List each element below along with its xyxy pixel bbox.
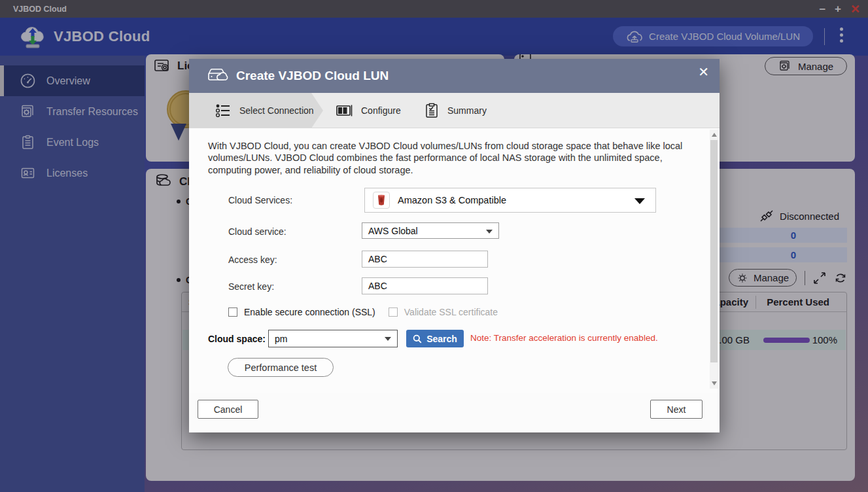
search-button[interactable]: Search [406,330,464,347]
step-label: Configure [361,105,401,116]
step-select-connection[interactable]: Select Connection [189,93,323,128]
columns-icon [336,104,353,117]
cloud-space-label: Cloud space: [208,334,266,344]
step-configure[interactable]: Configure [336,93,401,128]
app-window: VJBOD Cloud – + ✕ VJBOD Cloud [0,0,868,492]
amazon-s3-icon [373,192,390,209]
cloud-service-value: AWS Global [368,226,418,236]
scrollbar-thumb[interactable] [710,140,718,362]
list-icon [215,103,231,118]
secret-key-field[interactable] [362,277,488,294]
dialog-body: With VJBOD Cloud, you can create VJBOD C… [189,128,720,393]
step-summary[interactable]: Summary [425,93,487,128]
next-button[interactable]: Next [650,400,703,419]
scroll-down-icon[interactable] [712,381,717,385]
access-key-field[interactable] [362,251,488,268]
dialog-description: With VJBOD Cloud, you can create VJBOD C… [208,140,703,176]
chevron-down-icon [385,337,391,341]
wizard-steps: Select Connection Configure Summ [189,93,720,128]
transfer-acceleration-note: Note: Transfer acceleration is currently… [470,333,658,343]
create-vjbod-cloud-lun-dialog: Create VJBOD Cloud LUN ✕ Select Connecti… [189,59,720,432]
cloud-service-label: Cloud service: [228,226,286,237]
drive-cloud-icon [207,67,228,84]
validate-ssl-checkbox-label: Validate SSL certificate [404,307,498,317]
cloud-services-label: Cloud Services: [228,195,292,205]
secret-key-label: Secret key: [228,281,274,292]
step-label: Summary [447,105,487,116]
cloud-services-dropdown[interactable]: Amazon S3 & Compatible [364,188,656,213]
dialog-title: Create VJBOD Cloud LUN [236,69,389,83]
close-icon[interactable]: ✕ [695,63,712,81]
ssl-checkbox-label: Enable secure connection (SSL) [244,307,375,317]
chevron-down-icon [634,198,645,204]
chevron-down-icon [486,230,493,234]
dialog-header: Create VJBOD Cloud LUN ✕ [189,59,720,93]
performance-test-button[interactable]: Performance test [228,358,334,377]
scroll-up-icon[interactable] [712,133,717,137]
search-icon [413,334,422,343]
cancel-button[interactable]: Cancel [198,400,258,419]
summary-clipboard-icon [425,103,439,118]
cloud-service-select[interactable]: AWS Global [362,222,499,239]
cloud-services-value: Amazon S3 & Compatible [398,195,506,205]
cloud-space-value: pm [275,334,287,344]
dialog-scrollbar[interactable] [710,130,718,389]
access-key-label: Access key: [228,255,277,265]
cloud-space-select[interactable]: pm [268,330,398,347]
validate-ssl-checkbox[interactable] [389,308,398,317]
ssl-checkbox[interactable] [228,308,237,317]
step-label: Select Connection [239,105,314,116]
dialog-footer: Cancel Next [189,393,720,432]
